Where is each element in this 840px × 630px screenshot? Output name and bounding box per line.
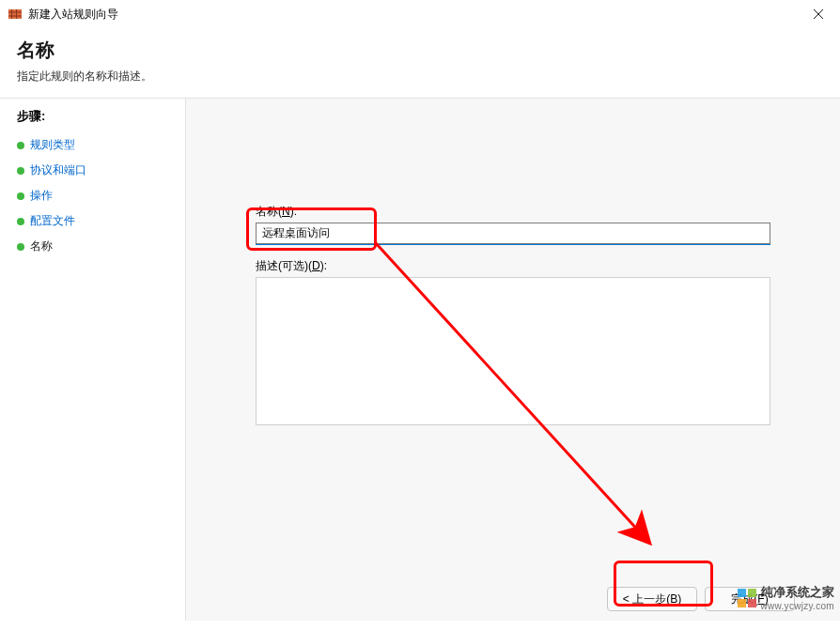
watermark: 纯净系统之家 www.ycwjzy.com [737, 584, 834, 611]
svg-rect-3 [8, 17, 22, 19]
wizard-body: 步骤: 规则类型 协议和端口 操作 配置文件 名称 [0, 99, 840, 621]
titlebar: 新建入站规则向导 [0, 0, 840, 28]
svg-rect-12 [748, 599, 756, 607]
step-action[interactable]: 操作 [17, 183, 172, 208]
bullet-icon [17, 142, 24, 149]
input-focus-underline [256, 244, 770, 245]
name-label: 名称(N): [256, 204, 793, 220]
firewall-icon [8, 7, 23, 22]
wizard-content: 名称(N): 描述(可选)(D): [186, 99, 840, 621]
bullet-icon [17, 167, 24, 175]
step-link-label[interactable]: 配置文件 [30, 214, 75, 227]
wizard-header: 名称 指定此规则的名称和描述。 [0, 28, 840, 98]
bullet-icon [17, 243, 24, 251]
svg-rect-5 [16, 9, 17, 19]
form-area: 名称(N): 描述(可选)(D): [256, 204, 793, 428]
bullet-icon [17, 192, 24, 200]
step-link-label[interactable]: 协议和端口 [30, 163, 86, 177]
step-rule-type[interactable]: 规则类型 [17, 132, 172, 158]
svg-rect-10 [748, 589, 756, 597]
titlebar-text: 新建入站规则向导 [28, 7, 118, 23]
step-link-label[interactable]: 操作 [30, 189, 53, 202]
svg-rect-1 [8, 9, 22, 11]
step-protocol-port[interactable]: 协议和端口 [17, 158, 172, 183]
close-button[interactable] [797, 0, 840, 28]
name-input[interactable] [256, 223, 770, 244]
watermark-title: 纯净系统之家 [761, 585, 834, 599]
step-name: 名称 [17, 234, 172, 259]
description-textarea[interactable] [256, 277, 770, 425]
svg-rect-9 [738, 589, 746, 597]
svg-rect-4 [11, 9, 12, 19]
windows-icon [737, 588, 757, 608]
wizard-window: 新建入站规则向导 名称 指定此规则的名称和描述。 步骤: 规则类型 协议和端口 … [0, 0, 840, 630]
back-button[interactable]: < 上一步(B) [607, 587, 697, 611]
steps-sidebar: 步骤: 规则类型 协议和端口 操作 配置文件 名称 [0, 99, 186, 621]
bullet-icon [17, 218, 24, 225]
page-subtitle: 指定此规则的名称和描述。 [17, 69, 823, 85]
step-profile[interactable]: 配置文件 [17, 208, 172, 234]
svg-rect-2 [8, 13, 22, 15]
description-label: 描述(可选)(D): [256, 258, 793, 274]
step-current-label: 名称 [30, 238, 53, 254]
close-icon [813, 8, 824, 20]
page-title: 名称 [17, 38, 823, 63]
step-link-label[interactable]: 规则类型 [30, 138, 75, 151]
svg-rect-11 [738, 599, 746, 607]
steps-heading: 步骤: [17, 108, 172, 125]
watermark-url: www.ycwjzy.com [761, 601, 834, 611]
